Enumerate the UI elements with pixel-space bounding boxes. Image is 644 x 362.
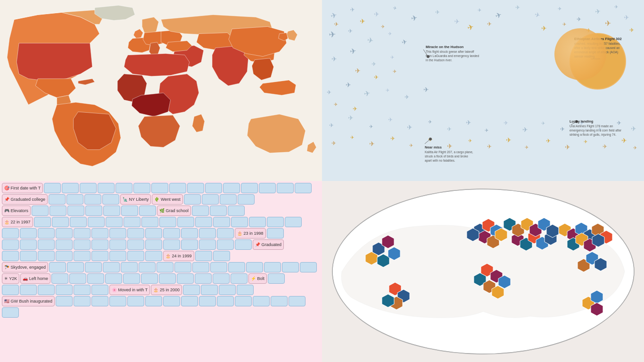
timeline-label: 🌿 Grad school bbox=[157, 206, 191, 216]
timeline-label: 🎮 Elevators bbox=[2, 206, 31, 216]
timeline-cell bbox=[184, 194, 201, 205]
timeline-cell bbox=[109, 251, 126, 261]
timeline-label: 🗽 NY Liberty bbox=[120, 194, 151, 205]
timeline-cell bbox=[49, 262, 66, 272]
svg-text:✈: ✈ bbox=[407, 123, 413, 131]
timeline-cell bbox=[38, 239, 55, 250]
timeline-cell bbox=[177, 217, 194, 227]
ethiopian-circle bbox=[554, 28, 606, 80]
timeline-row: 🎂 22 in 1997 bbox=[2, 217, 320, 227]
svg-text:✈: ✈ bbox=[350, 6, 355, 13]
timeline-cell bbox=[187, 183, 204, 193]
timeline-label: 🇺🇸 GW Bush inaugurated bbox=[2, 296, 55, 306]
timeline-cell bbox=[109, 296, 126, 306]
timeline-cell bbox=[181, 228, 198, 239]
timeline-cell bbox=[217, 239, 234, 250]
svg-text:✈: ✈ bbox=[577, 16, 581, 23]
svg-text:✈: ✈ bbox=[454, 17, 460, 25]
timeline-cell bbox=[177, 273, 194, 284]
timeline-cell bbox=[127, 296, 144, 306]
timeline-cell bbox=[145, 228, 162, 239]
timeline-cell bbox=[51, 273, 68, 284]
timeline-row: 🎂 23 in 1998 bbox=[2, 228, 320, 239]
svg-text:✈: ✈ bbox=[478, 8, 481, 13]
timeline-cell bbox=[169, 183, 186, 193]
svg-text:✈: ✈ bbox=[405, 94, 409, 100]
timeline-cell bbox=[127, 228, 144, 239]
timeline-cell bbox=[102, 194, 119, 205]
timeline-cell bbox=[56, 239, 73, 250]
timeline-cell bbox=[74, 285, 91, 295]
timeline-cell bbox=[205, 183, 222, 193]
svg-text:✈: ✈ bbox=[487, 143, 492, 150]
timeline-cell bbox=[141, 217, 158, 227]
timeline-cell bbox=[231, 217, 248, 227]
timeline-cell bbox=[32, 206, 49, 216]
timeline-cell bbox=[121, 206, 138, 216]
svg-text:✈: ✈ bbox=[353, 106, 357, 112]
timeline-label: 🪂 Skydove, engaged bbox=[2, 262, 48, 272]
timeline-cell bbox=[213, 273, 230, 284]
timeline-cell bbox=[285, 217, 302, 227]
timeline-label: 🎂 22 in 1997 bbox=[2, 217, 33, 227]
timeline-label: 🎯 First date with T bbox=[2, 183, 43, 193]
svg-text:✈: ✈ bbox=[633, 145, 637, 150]
timeline-cell bbox=[91, 228, 108, 239]
timeline-cell bbox=[98, 183, 115, 193]
svg-text:✈: ✈ bbox=[617, 120, 621, 126]
svg-text:✈: ✈ bbox=[388, 31, 392, 36]
svg-text:✈: ✈ bbox=[603, 143, 607, 150]
timeline-cell bbox=[163, 228, 180, 239]
panel-hex-map bbox=[322, 181, 644, 362]
svg-text:✈: ✈ bbox=[504, 120, 508, 126]
timeline-label: 🚗 Left home bbox=[20, 273, 50, 284]
timeline-cell bbox=[217, 228, 234, 239]
timeline-cell bbox=[103, 206, 120, 216]
timeline-cell bbox=[127, 239, 144, 250]
timeline-cell bbox=[70, 217, 87, 227]
timeline-cell bbox=[2, 285, 19, 295]
svg-text:Lucky landing: Lucky landing bbox=[570, 119, 594, 123]
svg-text:✈: ✈ bbox=[372, 61, 376, 67]
timeline-cell bbox=[246, 262, 263, 272]
timeline-cell bbox=[157, 262, 173, 272]
timeline-cell bbox=[174, 262, 191, 272]
timeline-cell bbox=[66, 194, 83, 205]
timeline-label: 🎂 25 in 2000 bbox=[151, 285, 182, 295]
timeline-cell bbox=[300, 262, 317, 272]
svg-text:Kalitta Air Flight 207, a carg: Kalitta Air Flight 207, a cargo plane, bbox=[425, 150, 473, 154]
timeline-cell bbox=[123, 273, 140, 284]
timeline-row: 🪂 Skydove, engaged bbox=[2, 262, 320, 272]
svg-text:✈: ✈ bbox=[560, 126, 565, 132]
timeline-cell bbox=[228, 206, 245, 216]
svg-text:✈: ✈ bbox=[614, 4, 618, 9]
timeline-cell bbox=[264, 262, 281, 272]
timeline-cell bbox=[235, 239, 252, 250]
timeline-cell bbox=[87, 273, 104, 284]
timeline-cell bbox=[210, 206, 227, 216]
svg-text:emergency landing in a corn fi: emergency landing in a corn field after bbox=[570, 129, 622, 132]
timeline-cell bbox=[267, 228, 284, 239]
timeline-cell bbox=[105, 273, 122, 284]
timeline-cell bbox=[2, 228, 19, 239]
timeline-cell bbox=[217, 296, 234, 306]
svg-text:✈: ✈ bbox=[423, 86, 429, 93]
timeline-cell bbox=[80, 183, 97, 193]
timeline-cell bbox=[141, 273, 158, 284]
timeline-row: 🎯 First date with T bbox=[2, 183, 320, 193]
timeline-cell bbox=[69, 273, 86, 284]
timeline-cell bbox=[74, 228, 91, 239]
svg-text:✈: ✈ bbox=[348, 28, 353, 34]
timeline-cell bbox=[38, 228, 55, 239]
timeline-label: ⚡ Bolt bbox=[248, 273, 267, 284]
main-grid: ✈ ✈ ✈ ✈ ✈ ✈ ✈ ✈ ✈ ✈ ✈ ✈ ✈ ✈ ✈ ✈ ✈ ✈ ✈ ✈ … bbox=[0, 0, 644, 362]
svg-text:Miracle on the Hudson: Miracle on the Hudson bbox=[426, 45, 464, 49]
svg-text:from LaGuardia and emergency l: from LaGuardia and emergency landed bbox=[426, 54, 479, 58]
svg-text:apart with no fatalities.: apart with no fatalities. bbox=[425, 159, 455, 163]
timeline-cell bbox=[85, 262, 102, 272]
timeline-cell bbox=[202, 194, 219, 205]
timeline-cell bbox=[139, 206, 156, 216]
timeline-cell bbox=[213, 217, 230, 227]
timeline-cell bbox=[106, 217, 123, 227]
svg-text:✈: ✈ bbox=[331, 140, 336, 147]
